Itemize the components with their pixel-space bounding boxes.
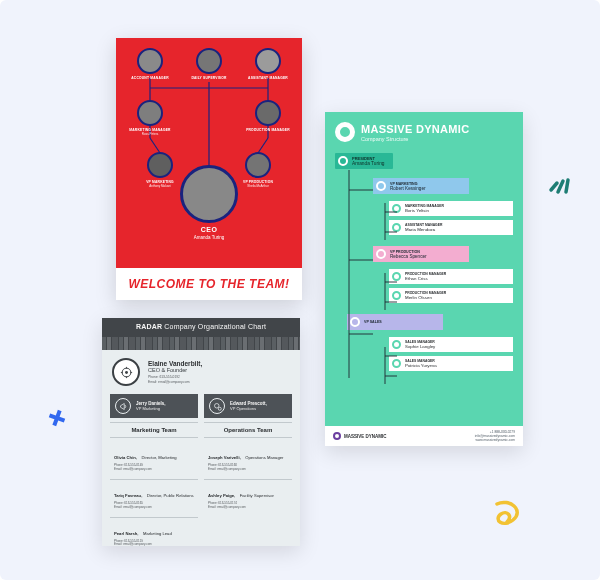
ring-icon: [392, 340, 401, 349]
decoration-plus-icon: [44, 405, 70, 431]
section-sales: VP SALES SALES MANAGERSophie Langley SAL…: [347, 313, 513, 371]
member-name: Pearl Narsh,: [114, 531, 138, 536]
svg-point-10: [125, 371, 128, 374]
node-title: ASSISTANT MANAGER: [246, 76, 290, 80]
vp-card: Edward Prescott, VP Operations: [204, 394, 292, 418]
section-marketing: VP MARKETING Robert Kessinger MARKETING …: [373, 177, 513, 235]
decoration-streaks-icon: [548, 172, 574, 196]
team-member: Joseph Varivelli, Operations Manager Pho…: [204, 442, 292, 475]
ring-icon: [392, 359, 401, 368]
template-massive-dynamic[interactable]: MASSIVE DYNAMIC Company Structure PRESID…: [325, 112, 523, 446]
ring-icon: [392, 272, 401, 281]
footer-web: www.massivedynamic.com: [475, 438, 515, 442]
md-tree: PRESIDENT Amanda Turing VP MARKETING Rob…: [325, 148, 523, 418]
avatar: [255, 100, 281, 126]
vp-role: VP Marketing: [136, 406, 166, 411]
member-role: Facility Supervisor: [240, 493, 274, 498]
team-member: Olivia Chin, Director, Marketing Phone: …: [110, 442, 198, 475]
skyline-icon: [102, 337, 300, 350]
vp-label: VP SALES: [364, 320, 382, 324]
member-role: Operations Manager: [245, 455, 283, 460]
ceo-email: email@company.com: [158, 380, 190, 384]
email-label: Email:: [148, 380, 157, 384]
avatar: [245, 152, 271, 178]
ring-icon: [392, 291, 401, 300]
staff-box: MARKETING MANAGERBoris Yeltsin: [389, 201, 513, 216]
vp-name: Robert Kessinger: [390, 186, 426, 191]
template-welcome-org-chart[interactable]: ACCOUNT MANAGER DAILY SUPERVISOR ASSISTA…: [116, 38, 302, 300]
node-name: Ross Peters: [128, 132, 172, 136]
member-name: Ashley Paige,: [208, 493, 235, 498]
ring-icon: [338, 156, 348, 166]
team-member: Tariq Favreau, Director, Public Relation…: [110, 479, 198, 513]
welcome-banner: WELCOME TO THE TEAM!: [116, 268, 302, 300]
ring-logo-icon: [335, 122, 355, 142]
staff-box: SALES MANAGERSophie Langley: [389, 337, 513, 352]
ceo-node: CEO Amanda Turing: [170, 165, 248, 240]
md-header: MASSIVE DYNAMIC Company Structure: [325, 112, 523, 148]
template-radar-org-chart[interactable]: RADAR Company Organizational Chart Elain…: [102, 318, 300, 546]
ring-icon: [350, 317, 360, 327]
marketing-column: Olivia Chin, Director, Marketing Phone: …: [110, 442, 198, 550]
svg-point-15: [214, 403, 219, 408]
brain-gear-icon: [112, 358, 140, 386]
org-node: ASSISTANT MANAGER: [246, 48, 290, 80]
avatar: [137, 100, 163, 126]
president-name: Amanda Turing: [352, 161, 385, 166]
vp-name: Rebecca Spencer: [390, 254, 427, 259]
megaphone-icon: [115, 398, 131, 414]
ceo-block: Elaine Vanderbilt, CEO & Founder Phone: …: [102, 350, 300, 392]
ring-icon: [376, 181, 386, 191]
ring-icon: [376, 249, 386, 259]
ceo-name: Elaine Vanderbilt,: [148, 360, 202, 367]
avatar: [255, 48, 281, 74]
svg-line-2: [566, 180, 568, 192]
section-production: VP PRODUCTION Rebecca Spencer PRODUCTION…: [373, 245, 513, 303]
radar-brand: RADAR: [136, 323, 162, 330]
team-header: Marketing Team: [110, 422, 198, 438]
org-chart-area: ACCOUNT MANAGER DAILY SUPERVISOR ASSISTA…: [116, 38, 302, 248]
md-footer: MASSIVE DYNAMIC +1 888-000-0279 info@mas…: [325, 426, 523, 446]
member-name: Tariq Favreau,: [114, 493, 142, 498]
vp-role: VP Operations: [230, 406, 267, 411]
member-name: Joseph Varivelli,: [208, 455, 241, 460]
member-role: Marketing Lead: [143, 531, 172, 536]
ring-icon: [392, 204, 401, 213]
staff-box: PRODUCTION MANAGERMerlin Olssen: [389, 288, 513, 303]
ceo-name: Amanda Turing: [170, 235, 248, 240]
node-title: DAILY SUPERVISOR: [187, 76, 231, 80]
node-title: ACCOUNT MANAGER: [128, 76, 172, 80]
president-box: PRESIDENT Amanda Turing: [335, 153, 393, 169]
member-role: Director, Public Relations: [147, 493, 194, 498]
staff-box: ASSISTANT MANAGERMaria Mendoza: [389, 220, 513, 235]
svg-line-0: [551, 183, 557, 190]
md-subtitle: Company Structure: [361, 136, 469, 142]
footer-logo-icon: [333, 432, 341, 440]
team-header: Operations Team: [204, 422, 292, 438]
decoration-squiggle-icon: [491, 500, 525, 532]
radar-header: RADAR Company Organizational Chart: [102, 318, 300, 350]
org-node: MARKETING MANAGER Ross Peters: [128, 100, 172, 136]
org-node: DAILY SUPERVISOR: [187, 48, 231, 80]
team-member: Pearl Narsh, Marketing Lead Phone: 613-5…: [110, 517, 198, 551]
staff-box: SALES MANAGERPatricia Yuryeva: [389, 356, 513, 371]
avatar: [137, 48, 163, 74]
avatar: [196, 48, 222, 74]
org-node: ACCOUNT MANAGER: [128, 48, 172, 80]
staff-box: PRODUCTION MANAGEREthan Criss: [389, 269, 513, 284]
ring-icon: [392, 223, 401, 232]
gears-icon: [209, 398, 225, 414]
md-brand: MASSIVE DYNAMIC: [361, 123, 469, 135]
svg-point-16: [218, 407, 221, 410]
avatar: [180, 165, 238, 223]
radar-title-rest: Company Organizational Chart: [164, 323, 266, 330]
org-node: PRODUCTION MANAGER: [246, 100, 290, 132]
vp-box: VP SALES: [347, 314, 443, 330]
vp-box: VP PRODUCTION Rebecca Spencer: [373, 246, 469, 262]
vp-box: VP MARKETING Robert Kessinger: [373, 178, 469, 194]
operations-column: Joseph Varivelli, Operations Manager Pho…: [204, 442, 292, 550]
vp-card: Jerry Daniels, VP Marketing: [110, 394, 198, 418]
team-member: Ashley Paige, Facility Supervisor Phone:…: [204, 479, 292, 513]
ceo-role: CEO & Founder: [148, 367, 202, 373]
member-name: Olivia Chin,: [114, 455, 137, 460]
